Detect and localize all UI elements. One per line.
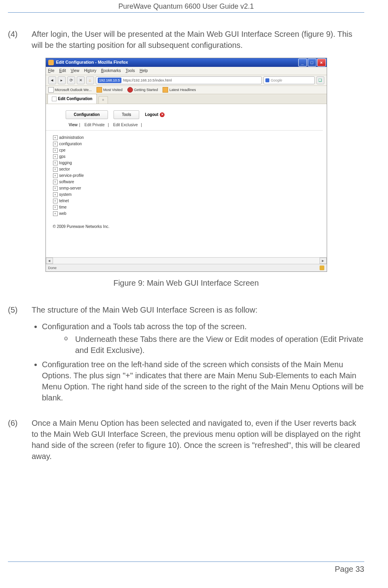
window-minimize-button[interactable]: _ — [298, 59, 307, 66]
window-maximize-button[interactable]: □ — [308, 59, 316, 66]
horizontal-scrollbar[interactable]: ◄ ► — [46, 257, 327, 264]
tree-node[interactable]: +snmp-server — [53, 185, 327, 192]
expand-icon[interactable]: + — [53, 199, 58, 203]
expand-icon[interactable]: + — [53, 186, 58, 191]
mode-edit-private[interactable]: Edit Private — [85, 123, 105, 127]
lock-icon — [320, 266, 324, 270]
config-tree: +administration +configuration +cpe +gps… — [46, 135, 327, 217]
mode-links: View| Edit Private| Edit Exclusive| — [69, 122, 327, 128]
bullet-1: Configuration and a Tools tab across the… — [42, 322, 247, 331]
tree-node[interactable]: +telnet — [53, 198, 327, 204]
page-number: Page 33 — [335, 565, 364, 574]
expand-icon[interactable]: + — [53, 135, 58, 140]
mode-edit-exclusive[interactable]: Edit Exclusive — [113, 123, 138, 127]
forward-button[interactable]: ▸ — [58, 76, 66, 84]
tab-configuration[interactable]: Configuration — [66, 110, 108, 119]
url-input[interactable]: 192.168.10.5 https://192.168.10.5/index.… — [96, 76, 262, 84]
tree-node[interactable]: +time — [53, 204, 327, 211]
page-header: PureWave Quantum 6600 User Guide v2.1 — [8, 0, 364, 13]
menu-edit[interactable]: Edit — [59, 68, 66, 74]
figure-9-wrap: Edit Configuration - Mozilla Firefox _ □… — [8, 58, 364, 272]
figure-caption: Figure 9: Main Web GUI Interface Screen — [8, 277, 364, 288]
menu-file[interactable]: File — [48, 68, 55, 74]
tree-node[interactable]: +configuration — [53, 141, 327, 147]
back-button[interactable]: ◄ — [48, 76, 56, 84]
browser-toolbar: ◄ ▸ ⟳ ✕ ⌂ 192.168.10.5 https://192.168.1… — [46, 75, 327, 86]
url-text: https://192.168.10.5/index.html — [123, 78, 172, 83]
expand-icon[interactable]: + — [53, 192, 58, 197]
tree-node[interactable]: +cpe — [53, 147, 327, 154]
menu-help[interactable]: Help — [140, 68, 148, 74]
expand-icon[interactable]: + — [53, 205, 58, 210]
tab-tools[interactable]: Tools — [114, 110, 139, 119]
tree-node[interactable]: +service-profile — [53, 173, 327, 179]
firefox-icon — [48, 60, 54, 65]
reload-button[interactable]: ⟳ — [67, 76, 75, 84]
step-4-text: After login, the User will be presented … — [32, 28, 364, 51]
stop-button[interactable]: ✕ — [77, 76, 85, 84]
content: (4) After login, the User will be presen… — [8, 13, 364, 462]
expand-icon[interactable]: + — [53, 161, 58, 165]
status-text: Done — [48, 266, 57, 271]
figure-9-screenshot: Edit Configuration - Mozilla Firefox _ □… — [45, 58, 327, 272]
url-host-chip: 192.168.10.5 — [98, 78, 122, 83]
home-button[interactable]: ⌂ — [86, 76, 94, 84]
step-5-num: (5) — [8, 304, 32, 315]
new-tab-button[interactable]: + — [98, 96, 108, 104]
bullet-2: Configuration tree on the left-hand side… — [42, 359, 364, 403]
window-close-button[interactable]: × — [317, 59, 326, 66]
expand-icon[interactable]: + — [53, 167, 58, 172]
menu-history[interactable]: History — [84, 68, 96, 74]
expand-icon[interactable]: + — [53, 142, 58, 146]
step-6-num: (6) — [8, 417, 32, 429]
step-5: (5) The structure of the Main Web GUI In… — [8, 304, 364, 410]
bullet-1a: Underneath these Tabs there are the View… — [64, 334, 364, 356]
browser-tabbar: Edit Configuration + — [46, 94, 327, 104]
menu-view[interactable]: View — [71, 68, 79, 74]
step-4: (4) After login, the User will be presen… — [8, 28, 364, 51]
bookmark-most-visited[interactable]: Most Visited — [97, 87, 123, 93]
menu-bookmarks[interactable]: Bookmarks — [101, 68, 121, 74]
tree-node[interactable]: +software — [53, 179, 327, 185]
search-input[interactable]: Google — [263, 76, 315, 84]
step-5-intro: The structure of the Main Web GUI Interf… — [32, 304, 364, 315]
divider — [46, 130, 323, 131]
search-placeholder: Google — [271, 78, 282, 83]
tree-node[interactable]: +sector — [53, 166, 327, 173]
tree-node[interactable]: +administration — [53, 135, 327, 141]
tree-node[interactable]: +system — [53, 192, 327, 198]
step-6-text: Once a Main Menu Option has been selecte… — [32, 417, 364, 462]
browser-tab-edit-config[interactable]: Edit Configuration — [47, 94, 97, 104]
browser-titlebar: Edit Configuration - Mozilla Firefox _ □… — [46, 58, 327, 67]
bookmarks-bar: Microsoft Outlook We... Most Visited Get… — [46, 86, 327, 94]
gui-tabs: Configuration Tools Logout ✕ — [66, 110, 327, 119]
step-5-bullets: Configuration and a Tools tab across the… — [32, 321, 364, 403]
bookmark-latest-headlines[interactable]: Latest Headlines — [163, 87, 196, 93]
expand-icon[interactable]: + — [53, 173, 58, 178]
mode-view[interactable]: View — [69, 123, 78, 127]
tree-node[interactable]: +gps — [53, 154, 327, 160]
feed-icon[interactable]: ❏ — [316, 76, 324, 84]
bookmark-outlook[interactable]: Microsoft Outlook We... — [48, 87, 92, 93]
expand-icon[interactable]: + — [53, 148, 58, 153]
browser-menubar: File Edit View History Bookmarks Tools H… — [46, 67, 327, 75]
expand-icon[interactable]: + — [53, 211, 58, 216]
tree-node[interactable]: +web — [53, 211, 327, 217]
scroll-right-icon[interactable]: ► — [320, 258, 327, 264]
menu-tools[interactable]: Tools — [126, 68, 135, 74]
logout-link[interactable]: Logout ✕ — [145, 112, 165, 118]
bookmark-getting-started[interactable]: Getting Started — [127, 87, 158, 93]
step-6: (6) Once a Main Menu Option has been sel… — [8, 417, 364, 462]
browser-statusbar: Done — [46, 264, 327, 271]
google-icon — [265, 78, 269, 82]
step-4-num: (4) — [8, 28, 32, 40]
logout-icon: ✕ — [160, 112, 165, 117]
page-icon — [52, 97, 57, 101]
footer-rule — [8, 561, 364, 562]
expand-icon[interactable]: + — [53, 154, 58, 159]
browser-title: Edit Configuration - Mozilla Firefox — [56, 59, 128, 65]
tree-node[interactable]: +logging — [53, 160, 327, 166]
page-content: Configuration Tools Logout ✕ View| Edit … — [46, 104, 327, 264]
scroll-left-icon[interactable]: ◄ — [46, 258, 53, 264]
expand-icon[interactable]: + — [53, 180, 58, 184]
